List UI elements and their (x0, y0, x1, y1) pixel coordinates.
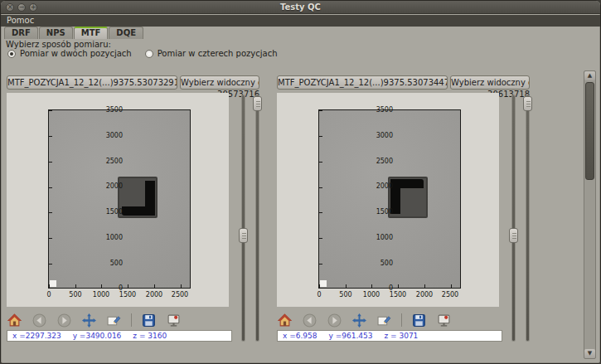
file-select-button[interactable]: MTF_POZYCJA1_12_12(...)9375.53073291.IMA (7, 75, 177, 90)
scroll-up-icon[interactable]: ▲ (584, 71, 595, 80)
menu-pomoc[interactable]: Pomoc (7, 16, 34, 25)
panel-position-1: MTF_POZYCJA1_12_12(...)9375.53073291.IMA… (6, 74, 269, 347)
panel-position-2: MTF_POZYCJA1_12_12(...)9375.53073447.IMA… (276, 74, 540, 347)
radio-two-positions[interactable] (7, 50, 16, 58)
radio-two-positions-label[interactable]: Pomiar w dwóch pozycjach (20, 49, 132, 58)
phantom-square (388, 177, 428, 218)
origin-marker (320, 280, 327, 287)
tab-dqe[interactable]: DQE (109, 27, 143, 39)
back-icon[interactable] (32, 313, 47, 328)
tab-mtf[interactable]: MTF (74, 27, 109, 39)
toolbar-separator (131, 313, 132, 327)
plot-toolbar (7, 312, 182, 328)
measurement-mode-label: Wybierz sposób pomiaru: (6, 40, 111, 49)
zoom-rect-icon[interactable] (106, 313, 122, 328)
pan-icon[interactable] (351, 313, 367, 328)
toolbar-separator (401, 313, 402, 327)
tab-drf[interactable]: DRF (4, 27, 38, 39)
origin-marker (50, 280, 56, 287)
window-title: Testy QC (1, 2, 600, 12)
cursor-readout: x =6.958y =961.453z = 3071 (277, 330, 502, 342)
menubar: Pomoc (1, 15, 600, 27)
save-icon[interactable] (141, 313, 157, 328)
select-visible-area-button[interactable]: Wybierz widoczny obszar (450, 75, 530, 90)
window-level-slider[interactable] (509, 95, 518, 341)
window-level-slider[interactable] (239, 95, 248, 341)
save-icon[interactable] (411, 313, 427, 328)
pan-icon[interactable] (81, 313, 97, 328)
y-tick-marks (49, 110, 52, 288)
app-window: × − + Testy QC Pomoc DRF NPS MTF DQE Wyb… (0, 0, 601, 364)
plot-toolbar (277, 312, 452, 328)
readout-x: x =2297.323 (12, 332, 61, 340)
readout-y: y =3490.016 (73, 332, 122, 340)
file-select-button[interactable]: MTF_POZYCJA1_12_12(...)9375.53073447.IMA (277, 75, 448, 90)
phantom-square (118, 177, 158, 218)
forward-icon[interactable] (56, 313, 72, 328)
forward-icon[interactable] (327, 313, 342, 328)
home-icon[interactable] (7, 313, 22, 328)
scroll-down-icon[interactable]: ▼ (584, 349, 595, 358)
readout-z: z = 3071 (384, 332, 418, 340)
y-tick-marks (319, 110, 322, 288)
vertical-scrollbar[interactable]: ▲ ▼ (584, 70, 596, 359)
radio-four-positions[interactable] (145, 50, 153, 58)
zoom-rect-icon[interactable] (376, 313, 392, 328)
measurement-options: Pomiar w dwóch pozycjach Pomiar w cztere… (7, 49, 290, 58)
select-visible-area-button[interactable]: Wybierz widoczny obszar (180, 75, 259, 90)
back-icon[interactable] (302, 313, 317, 328)
tab-nps[interactable]: NPS (39, 27, 73, 39)
cursor-readout: x =2297.323y =3490.016z = 3160 (7, 330, 232, 342)
screenshot-icon[interactable] (436, 313, 452, 328)
readout-x: x =6.958 (283, 332, 317, 340)
radio-four-positions-label[interactable]: Pomiar w czterech pozycjach (158, 49, 278, 58)
scrollbar-thumb[interactable] (585, 82, 594, 180)
mtf-image-plot[interactable]: 3500 3000 2500 2000 1500 1000 500 0 0 50… (7, 93, 229, 307)
mtf-image-plot[interactable]: 3500 3000 2500 2000 1500 1000 500 0 0 50… (277, 93, 499, 307)
screenshot-icon[interactable] (166, 313, 182, 328)
window-width-slider[interactable] (253, 95, 262, 341)
titlebar: × − + Testy QC (1, 1, 600, 14)
readout-z: z = 3160 (133, 332, 167, 340)
home-icon[interactable] (277, 313, 293, 328)
readout-y: y =961.453 (329, 332, 373, 340)
tab-bar: DRF NPS MTF DQE (1, 27, 600, 39)
window-width-slider[interactable] (523, 95, 532, 341)
